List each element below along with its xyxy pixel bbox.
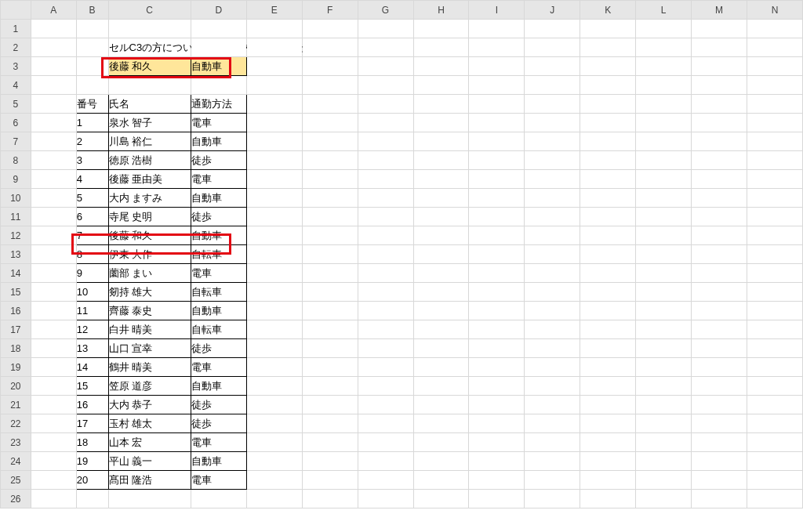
cell[interactable] xyxy=(302,170,358,189)
cell[interactable] xyxy=(525,245,580,264)
cell-num[interactable]: 6 xyxy=(76,208,108,226)
cell-method[interactable]: 電車 xyxy=(191,114,246,132)
row-header[interactable]: 20 xyxy=(1,377,31,396)
cell[interactable] xyxy=(580,226,636,245)
cell[interactable] xyxy=(302,283,358,302)
row-header[interactable]: 12 xyxy=(1,226,31,245)
header-name[interactable]: 氏名 xyxy=(108,95,191,114)
cell[interactable] xyxy=(413,452,469,471)
cell[interactable] xyxy=(76,57,108,76)
cell[interactable] xyxy=(692,490,747,508)
cell-method[interactable]: 徒歩 xyxy=(191,208,246,226)
col-header[interactable]: N xyxy=(747,1,803,20)
cell[interactable] xyxy=(31,245,76,264)
cell[interactable] xyxy=(525,170,580,189)
cell-name[interactable]: 寺尾 史明 xyxy=(108,208,191,226)
cell-method[interactable]: 徒歩 xyxy=(191,396,246,414)
cell[interactable] xyxy=(747,38,803,57)
cell[interactable] xyxy=(692,396,747,414)
cell[interactable] xyxy=(358,414,413,433)
cell[interactable] xyxy=(636,490,692,508)
cell[interactable] xyxy=(747,57,803,76)
cell[interactable] xyxy=(580,339,636,358)
header-num[interactable]: 番号 xyxy=(76,95,108,114)
cell[interactable] xyxy=(636,452,692,471)
row-header[interactable]: 10 xyxy=(1,189,31,208)
cell[interactable] xyxy=(525,95,580,114)
cell[interactable] xyxy=(636,114,692,132)
cell[interactable] xyxy=(358,114,413,132)
cell[interactable] xyxy=(246,189,302,208)
row-header[interactable]: 13 xyxy=(1,245,31,264)
cell[interactable] xyxy=(469,95,525,114)
cell[interactable] xyxy=(525,38,580,57)
cell[interactable] xyxy=(692,208,747,226)
row-header[interactable]: 21 xyxy=(1,396,31,414)
cell[interactable] xyxy=(31,302,76,320)
cell[interactable] xyxy=(692,358,747,377)
cell[interactable] xyxy=(747,283,803,302)
cell[interactable] xyxy=(246,38,302,57)
cell[interactable] xyxy=(246,358,302,377)
cell[interactable] xyxy=(636,339,692,358)
row-header[interactable]: 7 xyxy=(1,132,31,151)
cell-method[interactable]: 電車 xyxy=(191,170,246,189)
cell[interactable] xyxy=(31,377,76,396)
cell[interactable] xyxy=(747,358,803,377)
cell[interactable] xyxy=(302,76,358,95)
cell[interactable] xyxy=(358,189,413,208)
cell[interactable] xyxy=(358,170,413,189)
cell[interactable] xyxy=(469,76,525,95)
cell-num[interactable]: 12 xyxy=(76,320,108,339)
cell[interactable] xyxy=(747,396,803,414)
cell[interactable] xyxy=(636,377,692,396)
cell[interactable] xyxy=(358,38,413,57)
cell[interactable] xyxy=(525,264,580,283)
cell[interactable] xyxy=(469,302,525,320)
cell[interactable] xyxy=(31,396,76,414)
cell[interactable] xyxy=(580,132,636,151)
cell[interactable] xyxy=(31,114,76,132)
cell[interactable] xyxy=(636,189,692,208)
cell-method[interactable]: 電車 xyxy=(191,264,246,283)
cell[interactable] xyxy=(525,320,580,339)
cell[interactable] xyxy=(302,452,358,471)
cell-num[interactable]: 2 xyxy=(76,132,108,151)
col-header[interactable]: L xyxy=(636,1,692,20)
cell[interactable] xyxy=(469,283,525,302)
cell-num[interactable]: 19 xyxy=(76,452,108,471)
cell[interactable] xyxy=(469,320,525,339)
cell[interactable] xyxy=(747,170,803,189)
cell[interactable] xyxy=(469,396,525,414)
cell[interactable] xyxy=(747,189,803,208)
cell[interactable] xyxy=(692,189,747,208)
cell-name[interactable]: 川島 裕仁 xyxy=(108,132,191,151)
cell[interactable] xyxy=(525,57,580,76)
cell[interactable] xyxy=(413,396,469,414)
row-header[interactable]: 9 xyxy=(1,170,31,189)
col-header[interactable]: C xyxy=(108,1,191,20)
cell[interactable] xyxy=(636,170,692,189)
cell[interactable] xyxy=(692,302,747,320)
cell[interactable] xyxy=(413,358,469,377)
cell[interactable] xyxy=(31,132,76,151)
lookup-method-cell[interactable]: 自動車 xyxy=(191,57,246,76)
cell[interactable] xyxy=(525,358,580,377)
cell[interactable] xyxy=(747,377,803,396)
row-header[interactable]: 3 xyxy=(1,57,31,76)
cell[interactable] xyxy=(692,114,747,132)
cell[interactable] xyxy=(358,320,413,339)
cell[interactable] xyxy=(636,226,692,245)
row-header[interactable]: 26 xyxy=(1,490,31,508)
cell[interactable] xyxy=(469,151,525,170)
cell[interactable] xyxy=(469,208,525,226)
cell[interactable] xyxy=(358,452,413,471)
cell[interactable] xyxy=(636,76,692,95)
col-header[interactable]: J xyxy=(525,1,580,20)
cell-num[interactable]: 16 xyxy=(76,396,108,414)
cell-num[interactable]: 1 xyxy=(76,114,108,132)
cell-name[interactable]: 徳原 浩樹 xyxy=(108,151,191,170)
cell-name[interactable]: 薗部 まい xyxy=(108,264,191,283)
cell[interactable] xyxy=(636,38,692,57)
cell[interactable] xyxy=(692,76,747,95)
